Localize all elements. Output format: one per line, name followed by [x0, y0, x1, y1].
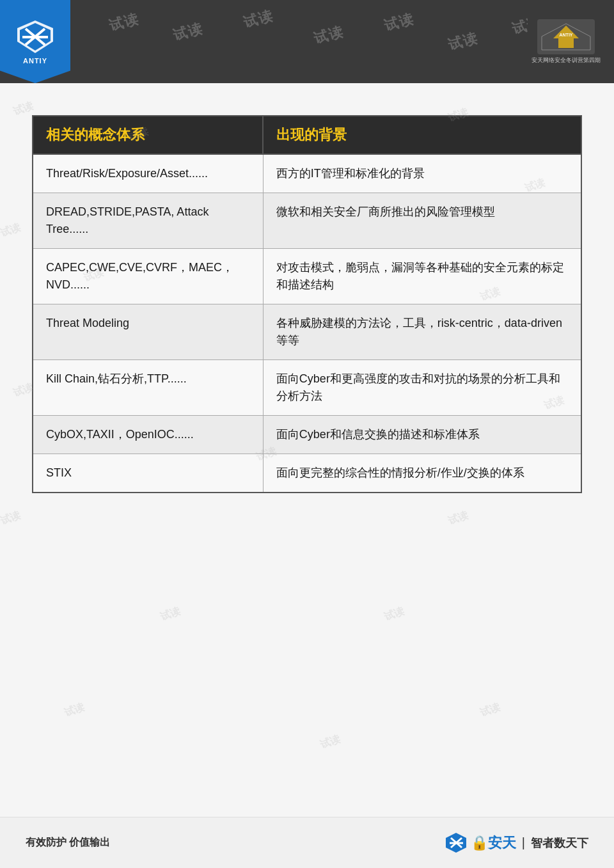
watermark-3: 试读	[241, 6, 276, 32]
header: ANTIY 试读 试读 试读 试读 试读 试读 试读 ANTIY 安天网络安全冬…	[0, 0, 614, 83]
footer-tagline: 有效防护 价值输出	[26, 836, 110, 849]
table-row: CAPEC,CWE,CVE,CVRF，MAEC，NVD......对攻击模式，脆…	[33, 249, 581, 304]
footer-pipe: |	[522, 835, 525, 850]
wm-pg-14: 试读	[382, 604, 405, 624]
wm-pg-16: 试读	[318, 732, 342, 752]
header-watermark-area: 试读 试读 试读 试读 试读 试读 试读	[70, 0, 528, 83]
footer-brand-sub: 智者数天下	[531, 835, 588, 851]
cell-left-1: DREAD,STRIDE,PASTA, Attack Tree......	[33, 193, 263, 249]
cell-left-6: STIX	[33, 454, 263, 493]
watermark-4: 试读	[311, 22, 346, 48]
logo-label: ANTIY	[23, 57, 47, 65]
watermark-7: 试读	[510, 12, 528, 38]
footer: 有效防护 价值输出 🔒安天 | 智者数天下	[0, 817, 614, 868]
antiy-logo-icon: ANTIY	[540, 22, 592, 51]
cell-right-6: 面向更完整的综合性的情报分析/作业/交换的体系	[263, 454, 581, 493]
wm-pg-15: 试读	[62, 700, 86, 720]
watermark-2: 试读	[171, 19, 205, 45]
main-content: 相关的概念体系 出现的背景 Threat/Risk/Exposure/Asset…	[0, 83, 614, 519]
footer-logo-icon	[445, 832, 468, 854]
watermark-1: 试读	[107, 9, 141, 35]
table-header-row: 相关的概念体系 出现的背景	[33, 116, 581, 154]
cell-left-3: Threat Modeling	[33, 304, 263, 360]
cell-left-2: CAPEC,CWE,CVE,CVRF，MAEC，NVD......	[33, 249, 263, 304]
cell-right-5: 面向Cyber和信息交换的描述和标准体系	[263, 416, 581, 454]
wm-pg-17: 试读	[478, 700, 501, 720]
table-row: Threat Modeling各种威胁建模的方法论，工具，risk-centri…	[33, 304, 581, 360]
svg-text:ANTIY: ANTIY	[560, 33, 573, 37]
right-logo-image: ANTIY	[537, 19, 595, 54]
concept-table: 相关的概念体系 出现的背景 Threat/Risk/Exposure/Asset…	[32, 115, 582, 493]
cell-right-0: 西方的IT管理和标准化的背景	[263, 154, 581, 193]
table-row: Threat/Risk/Exposure/Asset......西方的IT管理和…	[33, 154, 581, 193]
watermark-5: 试读	[382, 9, 416, 35]
cell-right-1: 微软和相关安全厂商所推出的风险管理模型	[263, 193, 581, 249]
cell-left-0: Threat/Risk/Exposure/Asset......	[33, 154, 263, 193]
cell-left-5: CybOX,TAXII，OpenIOC......	[33, 416, 263, 454]
footer-brand-main: 🔒安天	[471, 833, 516, 853]
table-row: DREAD,STRIDE,PASTA, Attack Tree......微软和…	[33, 193, 581, 249]
col2-header: 出现的背景	[263, 116, 581, 154]
cell-right-2: 对攻击模式，脆弱点，漏洞等各种基础的安全元素的标定和描述结构	[263, 249, 581, 304]
watermark-6: 试读	[446, 28, 480, 54]
footer-brand: 🔒安天 | 智者数天下	[445, 832, 588, 854]
right-logo-area: ANTIY 安天网络安全冬训营第四期	[528, 16, 604, 67]
wm-pg-13: 试读	[158, 604, 182, 624]
col1-header: 相关的概念体系	[33, 116, 263, 154]
table-row: STIX面向更完整的综合性的情报分析/作业/交换的体系	[33, 454, 581, 493]
cell-left-4: Kill Chain,钻石分析,TTP......	[33, 360, 263, 416]
cell-right-4: 面向Cyber和更高强度的攻击和对抗的场景的分析工具和分析方法	[263, 360, 581, 416]
logo-box: ANTIY	[0, 0, 70, 83]
logo-shield-icon	[16, 19, 54, 54]
table-row: Kill Chain,钻石分析,TTP......面向Cyber和更高强度的攻击…	[33, 360, 581, 416]
right-logo-subtitle: 安天网络安全冬训营第四期	[531, 56, 601, 65]
cell-right-3: 各种威胁建模的方法论，工具，risk-centric，data-driven等等	[263, 304, 581, 360]
table-row: CybOX,TAXII，OpenIOC......面向Cyber和信息交换的描述…	[33, 416, 581, 454]
